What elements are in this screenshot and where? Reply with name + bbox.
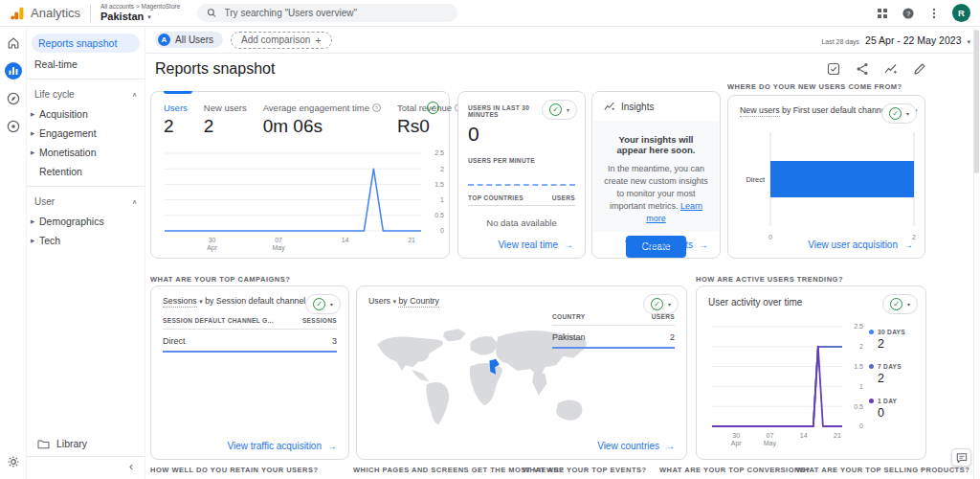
home-icon[interactable]: [4, 34, 23, 53]
legend-30-days[interactable]: 30 DAYS 2: [869, 329, 919, 351]
scrollbar[interactable]: [973, 28, 980, 479]
help-icon[interactable]: ?: [901, 6, 915, 20]
sidebar-section-user[interactable]: User ∧: [27, 192, 145, 212]
sidebar-divider: [27, 79, 145, 80]
link-label: View real time: [498, 240, 558, 250]
data-quality-pill[interactable]: ✓▾: [643, 294, 679, 314]
search-input[interactable]: [225, 8, 449, 18]
sidebar-item-acquisition[interactable]: ▶Acquisition: [27, 104, 145, 124]
scrollbar-thumb[interactable]: [974, 30, 979, 173]
view-realtime-link[interactable]: View real time→: [498, 240, 573, 250]
chevron-down-icon: ▾: [199, 298, 203, 305]
table-row[interactable]: Pakistan 2: [552, 326, 675, 349]
metric-selector[interactable]: New users: [740, 105, 780, 117]
data-quality-pill[interactable]: ✓▾: [305, 294, 341, 314]
dimension-selector[interactable]: by Country: [398, 296, 439, 308]
view-countries-link[interactable]: View countries→: [597, 441, 675, 451]
chevron-down-icon: ▾: [392, 298, 396, 305]
metric-value: 2: [204, 116, 247, 137]
folder-icon: [37, 439, 50, 449]
library-label: Library: [56, 438, 87, 449]
more-menu-icon[interactable]: [926, 6, 941, 20]
section-label: User: [34, 196, 55, 207]
item-label: Acquisition: [39, 108, 88, 120]
metric-value: Rs0: [397, 116, 463, 137]
legend-7-days[interactable]: 7 DAYS 2: [869, 363, 919, 385]
check-icon: ✓: [651, 298, 663, 310]
svg-text:1: 1: [440, 196, 444, 203]
legend-dot: [869, 364, 874, 369]
legend-value: 0: [878, 406, 919, 420]
ga-home-link[interactable]: Analytics: [8, 6, 80, 21]
advertising-icon[interactable]: [4, 117, 23, 136]
sidebar-section-life-cycle[interactable]: Life cycle ∧: [27, 84, 145, 104]
sidebar-item-tech[interactable]: ▶Tech: [27, 231, 145, 250]
add-comparison-button[interactable]: Add comparison +: [231, 32, 332, 49]
data-quality-pill[interactable]: ✓▾: [882, 294, 918, 314]
collapse-sidebar-button[interactable]: ‹: [27, 456, 145, 479]
link-label: View traffic acquisition: [227, 441, 322, 451]
data-quality-pill[interactable]: ✓▾: [542, 100, 577, 120]
admin-gear-icon[interactable]: [4, 452, 23, 471]
table-row[interactable]: Direct 3: [163, 330, 337, 353]
metric-value: 0m 06s: [263, 116, 381, 137]
sidebar-divider: [27, 186, 145, 187]
date-range-picker[interactable]: Last 28 days 25 Apr - 22 May 2023 ▾: [821, 34, 970, 46]
apps-grid-icon[interactable]: [875, 6, 889, 20]
metric-selector[interactable]: Users: [368, 296, 390, 306]
users-per-minute-sparkline: [468, 184, 575, 186]
view-user-acquisition-link[interactable]: View user acquisition→: [808, 240, 913, 250]
account-switcher[interactable]: All accounts > MagentoStore Pakistan ▾: [100, 4, 180, 22]
date-range-value: 25 Apr - 22 May 2023: [865, 34, 961, 46]
link-label: View countries: [597, 441, 659, 451]
expand-arrow-icon: ▶: [31, 238, 34, 243]
data-quality-pill[interactable]: ✓▾: [881, 103, 917, 124]
view-traffic-acquisition-link[interactable]: View traffic acquisition→: [227, 441, 337, 451]
insights-body: Your insights will appear here soon. In …: [593, 121, 719, 232]
users-by-country-card: Users ▾ by Country ✓▾: [356, 285, 687, 460]
search-bar[interactable]: [197, 4, 457, 22]
share-icon[interactable]: [856, 62, 869, 76]
feedback-button[interactable]: [951, 448, 971, 467]
sidebar-item-library[interactable]: Library: [27, 431, 145, 456]
sidebar-item-reports-snapshot[interactable]: Reports snapshot: [32, 34, 140, 53]
card-title[interactable]: Users ▾ by Country: [357, 286, 686, 306]
row-channel: Direct: [163, 336, 186, 346]
section-products-question: WHAT ARE YOUR TOP SELLING PRODUCTS?: [796, 466, 969, 474]
all-users-label: All Users: [175, 34, 213, 45]
sidebar-item-engagement[interactable]: ▶Engagement: [27, 124, 145, 143]
edit-pencil-icon[interactable]: [913, 62, 926, 76]
reports-icon-active[interactable]: [4, 61, 23, 80]
tab-users[interactable]: Users 2: [164, 103, 188, 137]
data-quality-icon[interactable]: ✓: [427, 102, 439, 114]
users-over-time-chart: 00.511.522.530Apr07May1421: [159, 144, 446, 254]
header-actions: ? R: [875, 4, 972, 22]
insights-icon[interactable]: [884, 62, 898, 76]
metric-selector[interactable]: Sessions: [163, 296, 197, 308]
check-icon: ✓: [890, 298, 902, 310]
sidebar-bottom: Library ‹: [27, 431, 145, 479]
nav-rail: [0, 27, 27, 479]
sidebar-item-monetisation[interactable]: ▶Monetisation: [27, 143, 145, 162]
sidebar-item-demographics[interactable]: ▶Demographics: [27, 212, 145, 231]
all-users-chip[interactable]: A All Users: [155, 32, 223, 48]
col-users: USERS: [652, 313, 675, 320]
realtime-card: USERS IN LAST 30 MINUTES ✓▾ 0 USERS PER …: [457, 91, 586, 259]
explore-icon[interactable]: [4, 89, 23, 108]
countries-table: COUNTRY USERS Pakistan 2: [552, 313, 675, 349]
section-retention-question: HOW WELL DO YOU RETAIN YOUR USERS?: [150, 466, 319, 474]
page-title-row: Reports snapshot: [145, 54, 980, 84]
legend-dot: [869, 399, 874, 403]
sidebar-item-retention[interactable]: Retention: [27, 162, 145, 181]
view-all-insights-link[interactable]: View all insights→: [625, 240, 708, 250]
expand-arrow-icon: ▶: [31, 111, 34, 117]
tab-new-users[interactable]: New users 2: [204, 103, 247, 137]
svg-text:07: 07: [767, 432, 774, 439]
report-check-icon[interactable]: [827, 62, 840, 76]
tab-avg-engagement-time[interactable]: Average engagement time? 0m 06s: [263, 103, 381, 137]
legend-1-day[interactable]: 1 DAY 0: [869, 398, 919, 420]
expand-arrow-icon: ▶: [31, 130, 34, 136]
sidebar-item-realtime[interactable]: Real-time: [27, 55, 145, 74]
avatar[interactable]: R: [952, 4, 970, 22]
insights-spark-icon: [604, 101, 615, 112]
